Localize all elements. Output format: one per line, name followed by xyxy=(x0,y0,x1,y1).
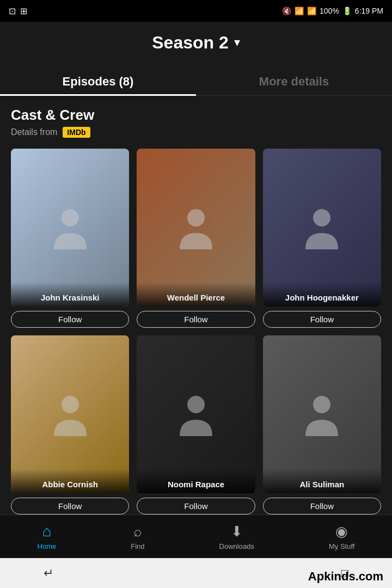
cast-photo-ali-suliman: Ali Suliman xyxy=(263,335,381,493)
time-label: 6:19 PM xyxy=(355,7,383,15)
cast-card-john-krasinski: John Krasinski Follow xyxy=(11,149,129,328)
home-icon: ⌂ xyxy=(42,523,51,540)
season-selector[interactable]: Season 2 ▾ xyxy=(152,33,240,53)
nav-label-my-stuff: My Stuff xyxy=(329,542,354,550)
cast-name-abbie-cornish: Abbie Cornish xyxy=(15,480,125,489)
battery-icon: 🔋 xyxy=(342,7,352,15)
mute-icon: 🔇 xyxy=(282,7,291,15)
svg-point-3 xyxy=(62,396,79,413)
cast-crew-header: Cast & Crew Details from IMDb xyxy=(11,107,381,138)
svg-point-1 xyxy=(187,209,205,226)
svg-point-2 xyxy=(313,209,330,226)
watermark: Apkinds.com xyxy=(308,569,383,584)
details-from-row: Details from IMDb xyxy=(11,127,381,138)
person-silhouette-icon xyxy=(180,393,212,436)
status-bar-left: ⊡ ⊞ xyxy=(9,6,27,16)
cast-photo-noomi-rapace: Noomi Rapace xyxy=(137,335,255,493)
follow-button-john-krasinski[interactable]: Follow xyxy=(11,311,129,328)
downloads-icon: ⬇ xyxy=(231,523,243,540)
person-silhouette-icon xyxy=(180,206,212,249)
status-icon-1: ⊡ xyxy=(9,6,16,16)
bottom-nav: ⌂ Home ⌕ Find ⬇ Downloads ◉ My Stuff xyxy=(0,514,392,558)
svg-point-4 xyxy=(187,396,205,413)
cast-name-john-hoogenakker: John Hoogenakker xyxy=(267,293,377,302)
cast-name-ali-suliman: Ali Suliman xyxy=(267,480,377,489)
cast-photo-john-krasinski: John Krasinski xyxy=(11,149,129,307)
status-bar: ⊡ ⊞ 🔇 📶 📶 100% 🔋 6:19 PM xyxy=(0,0,392,22)
nav-label-home: Home xyxy=(38,542,57,550)
season-header: Season 2 ▾ xyxy=(0,22,392,63)
tab-more-details[interactable]: More details xyxy=(196,75,392,95)
tab-episodes-label: Episodes (8) xyxy=(63,75,134,88)
tab-more-details-label: More details xyxy=(259,75,329,88)
cast-name-wendell-pierce: Wendell Pierce xyxy=(141,293,250,302)
cast-crew-title: Cast & Crew xyxy=(11,107,381,124)
tab-episodes[interactable]: Episodes (8) xyxy=(0,75,196,95)
imdb-badge: IMDb xyxy=(63,127,90,138)
cast-card-john-hoogenakker: John Hoogenakker Follow xyxy=(263,149,381,328)
cast-name-john-krasinski: John Krasinski xyxy=(15,293,125,302)
person-silhouette-icon xyxy=(54,393,87,436)
follow-button-abbie-cornish[interactable]: Follow xyxy=(11,498,129,514)
signal-icon: 📶 xyxy=(307,7,316,15)
person-silhouette-icon xyxy=(54,206,87,249)
cast-card-abbie-cornish: Abbie Cornish Follow xyxy=(11,335,129,514)
status-bar-right: 🔇 📶 📶 100% 🔋 6:19 PM xyxy=(282,7,383,15)
person-silhouette-icon xyxy=(305,206,338,249)
details-from-text: Details from xyxy=(11,127,57,137)
nav-item-downloads[interactable]: ⬇ Downloads xyxy=(219,523,254,550)
person-silhouette-icon xyxy=(305,393,338,436)
cast-photo-abbie-cornish: Abbie Cornish xyxy=(11,335,129,493)
follow-button-john-hoogenakker[interactable]: Follow xyxy=(263,311,381,328)
cast-card-ali-suliman: Ali Suliman Follow xyxy=(263,335,381,514)
nav-item-my-stuff[interactable]: ◉ My Stuff xyxy=(329,523,354,550)
my-stuff-icon: ◉ xyxy=(335,523,348,540)
svg-point-5 xyxy=(313,396,330,413)
follow-button-wendell-pierce[interactable]: Follow xyxy=(137,311,255,328)
cast-photo-john-hoogenakker: John Hoogenakker xyxy=(263,149,381,307)
footer-bar: ↵ □ Apkinds.com xyxy=(0,558,392,588)
nav-item-home[interactable]: ⌂ Home xyxy=(38,523,57,550)
season-title: Season 2 xyxy=(152,33,229,53)
svg-point-0 xyxy=(62,209,79,226)
cast-name-noomi-rapace: Noomi Rapace xyxy=(141,480,250,489)
cast-card-wendell-pierce: Wendell Pierce Follow xyxy=(137,149,255,328)
find-icon: ⌕ xyxy=(133,523,142,540)
follow-button-ali-suliman[interactable]: Follow xyxy=(263,498,381,514)
status-icon-2: ⊞ xyxy=(20,6,27,16)
cast-grid: John Krasinski Follow Wendell Pierce xyxy=(11,149,381,514)
chevron-down-icon: ▾ xyxy=(234,35,240,50)
cast-photo-wendell-pierce: Wendell Pierce xyxy=(137,149,255,307)
follow-button-noomi-rapace[interactable]: Follow xyxy=(137,498,255,514)
nav-label-find: Find xyxy=(131,542,144,550)
tabs-bar: Episodes (8) More details xyxy=(0,63,392,96)
main-content: Cast & Crew Details from IMDb John Krasi… xyxy=(0,96,392,514)
battery-label: 100% xyxy=(320,7,339,15)
back-button[interactable]: ↵ xyxy=(44,566,53,580)
wifi-icon: 📶 xyxy=(295,7,304,15)
nav-item-find[interactable]: ⌕ Find xyxy=(131,523,144,550)
nav-label-downloads: Downloads xyxy=(219,542,254,550)
cast-card-noomi-rapace: Noomi Rapace Follow xyxy=(137,335,255,514)
